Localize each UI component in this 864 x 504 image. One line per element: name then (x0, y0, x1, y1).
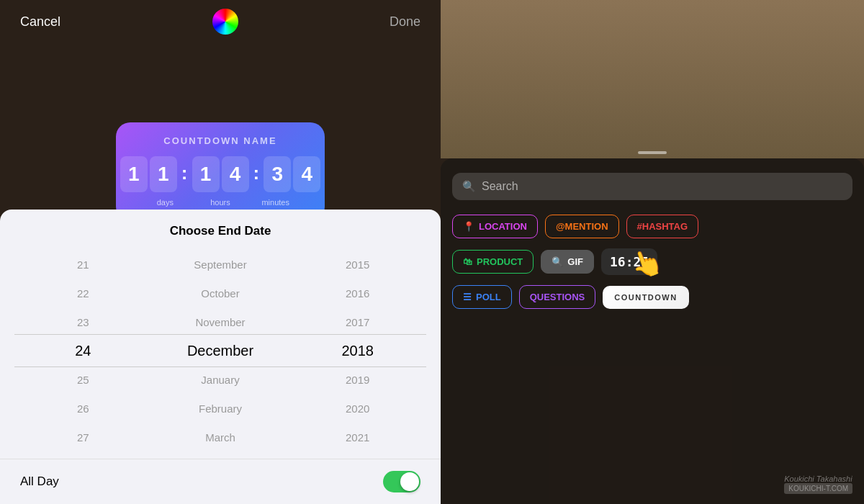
month-october: October (152, 279, 289, 307)
timer-sticker[interactable]: 16:25 👆 (601, 248, 657, 275)
hashtag-label: #HASHTAG (637, 221, 688, 232)
questions-sticker-button[interactable]: QUESTIONS (519, 285, 596, 309)
mention-label: @MENTION (556, 221, 608, 232)
day-24-selected: 24 (14, 336, 152, 365)
top-bar: Cancel Done (0, 0, 441, 43)
label-hours: hours (193, 198, 248, 207)
colon-2: : (252, 162, 261, 184)
day-column[interactable]: 21 22 23 24 25 26 27 (14, 250, 152, 451)
search-placeholder: Search (482, 180, 518, 193)
drag-indicator (638, 151, 667, 154)
left-panel: Cancel Done COUNTDOWN NAME 1 1 : 1 4 : 3 (0, 0, 441, 504)
year-2015: 2015 (289, 250, 426, 279)
month-column[interactable]: September October November December Janu… (152, 250, 289, 451)
all-day-row: All Day (0, 459, 441, 504)
year-2018-selected: 2018 (289, 336, 426, 365)
digit-5: 3 (264, 156, 291, 192)
all-day-label: All Day (20, 474, 59, 489)
digit-6: 4 (293, 156, 320, 192)
month-february: February (152, 394, 289, 423)
poll-label: POLL (476, 292, 501, 302)
year-2019: 2019 (289, 365, 426, 394)
watermark-name: Koukichi Takahashi (784, 474, 852, 483)
location-label: LOCATION (479, 221, 527, 232)
countdown-numbers: 1 1 : 1 4 : 3 4 (130, 156, 310, 192)
digit-3: 1 (192, 156, 220, 192)
all-day-toggle[interactable] (383, 471, 420, 492)
day-22: 22 (14, 279, 152, 307)
toggle-knob (400, 472, 419, 491)
countdown-sticker-label: COUNTDOWN (614, 293, 677, 302)
day-23: 23 (14, 307, 152, 336)
digit-2: 1 (150, 156, 177, 192)
countdown-widget-title: COUNTDOWN NAME (130, 135, 310, 146)
location-sticker-button[interactable]: 📍 LOCATION (452, 215, 538, 238)
questions-label: QUESTIONS (530, 292, 585, 302)
countdown-widget[interactable]: COUNTDOWN NAME 1 1 : 1 4 : 3 4 days (116, 122, 325, 221)
phone-background: Cancel Done COUNTDOWN NAME 1 1 : 1 4 : 3 (0, 0, 441, 504)
minutes-digits: 3 4 (264, 156, 320, 192)
sticker-sheet: 🔍 Search 📍 LOCATION @MENTION #HASHTAG 🛍 … (441, 158, 864, 504)
month-january: January (152, 365, 289, 394)
month-november: November (152, 307, 289, 336)
digit-4: 4 (222, 156, 249, 192)
product-sticker-button[interactable]: 🛍 PRODUCT (452, 250, 534, 274)
day-25: 25 (14, 365, 152, 394)
day-21: 21 (14, 250, 152, 279)
poll-icon: ☰ (463, 292, 472, 302)
gif-label: GIF (567, 256, 583, 267)
month-march: March (152, 423, 289, 451)
gif-sticker-button[interactable]: 🔍 GIF (541, 250, 594, 274)
year-2020: 2020 (289, 394, 426, 423)
label-days: days (138, 198, 193, 207)
date-picker-title: Choose End Date (0, 224, 441, 238)
mention-sticker-button[interactable]: @MENTION (545, 215, 619, 238)
location-icon: 📍 (463, 221, 474, 232)
poll-sticker-button[interactable]: ☰ POLL (452, 285, 512, 309)
day-26: 26 (14, 394, 152, 423)
date-scroll[interactable]: 21 22 23 24 25 26 27 September October N… (0, 250, 441, 451)
hours-digits: 1 4 (192, 156, 249, 192)
hashtag-sticker-button[interactable]: #HASHTAG (626, 215, 699, 238)
gif-search-icon: 🔍 (552, 256, 563, 267)
countdown-labels: days hours minutes (130, 198, 310, 207)
days-digits: 1 1 (120, 156, 177, 192)
search-bar[interactable]: 🔍 Search (452, 173, 852, 200)
hand-pointing-icon: 👆 (626, 244, 667, 284)
watermark-url: KOUKICHI-T.COM (784, 483, 852, 494)
label-minutes: minutes (248, 198, 303, 207)
date-picker: Choose End Date 21 22 23 24 25 26 27 Sep… (0, 210, 441, 504)
year-2021: 2021 (289, 423, 426, 451)
search-icon: 🔍 (462, 180, 476, 193)
right-background (441, 0, 864, 158)
year-2016: 2016 (289, 279, 426, 307)
day-27: 27 (14, 423, 152, 451)
product-icon: 🛍 (463, 256, 472, 267)
product-label: PRODUCT (477, 256, 523, 267)
cancel-button[interactable]: Cancel (20, 14, 60, 30)
sticker-row-1: 📍 LOCATION @MENTION #HASHTAG (452, 215, 852, 238)
color-wheel-icon[interactable] (212, 9, 238, 35)
year-2017: 2017 (289, 307, 426, 336)
done-button[interactable]: Done (390, 14, 420, 30)
year-column[interactable]: 2015 2016 2017 2018 2019 2020 2021 (289, 250, 426, 451)
countdown-sticker-button[interactable]: COUNTDOWN (603, 286, 688, 309)
digit-1: 1 (120, 156, 148, 192)
colon-1: : (180, 162, 189, 184)
sticker-row-2: 🛍 PRODUCT 🔍 GIF 16:25 👆 (452, 248, 852, 275)
right-panel: 🔍 Search 📍 LOCATION @MENTION #HASHTAG 🛍 … (441, 0, 864, 504)
watermark: Koukichi Takahashi KOUKICHI-T.COM (784, 474, 852, 494)
sticker-row-3: ☰ POLL QUESTIONS COUNTDOWN (452, 285, 852, 309)
month-september: September (152, 250, 289, 279)
month-december-selected: December (152, 336, 289, 365)
